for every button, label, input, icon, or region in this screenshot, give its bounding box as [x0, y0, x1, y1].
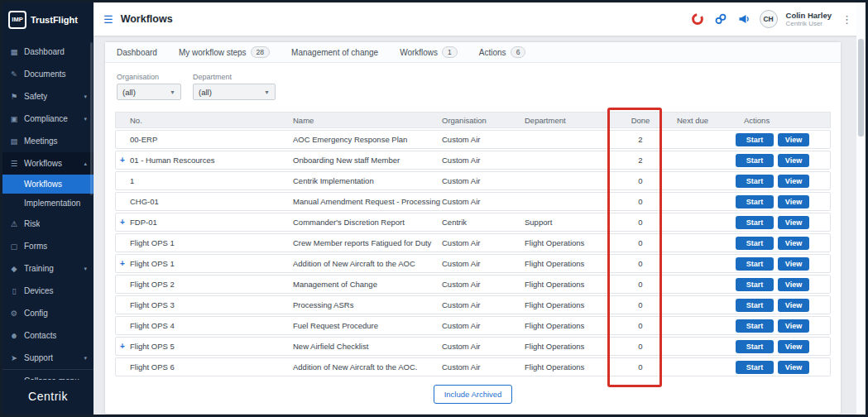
start-button[interactable]: Start [736, 319, 774, 333]
safety-icon: ⚑ [9, 92, 19, 101]
row-done: 0 [616, 176, 665, 185]
tab-management-of-change[interactable]: Management of change [291, 48, 378, 57]
row-done: 0 [616, 238, 665, 247]
overflow-menu-icon[interactable]: ⋮ [840, 13, 854, 26]
start-button[interactable]: Start [736, 237, 774, 250]
forms-icon: ▢ [9, 242, 19, 251]
start-button[interactable]: Start [736, 299, 774, 312]
view-button[interactable]: View [778, 299, 809, 312]
row-done: 2 [616, 156, 665, 165]
row-organisation: Custom Air [442, 259, 525, 268]
row-organisation: Custom Air [442, 362, 525, 371]
sidebar-item-meetings[interactable]: ▤ Meetings [2, 130, 94, 152]
tab-workflows[interactable]: Workflows 1 [400, 46, 458, 58]
sidebar-item-dashboard[interactable]: ▦ Dashboard [2, 41, 94, 63]
row-actions: Start View [736, 278, 826, 291]
start-button[interactable]: Start [736, 361, 774, 374]
user-name: Colin Harley [786, 11, 832, 20]
tab-my-workflow-steps[interactable]: My workflow steps 28 [179, 46, 270, 58]
department-select-value: (all) [199, 88, 212, 97]
sidebar-item-contacts[interactable]: ☻ Contacts [2, 324, 94, 347]
row-name: Management of Change [293, 280, 442, 289]
table-row: + Flight OPS 5 New Airfield Checklist Cu… [115, 337, 831, 356]
centrik-logo: Centrik [2, 380, 94, 415]
tab-actions[interactable]: Actions 6 [479, 46, 526, 58]
row-actions: Start View [736, 154, 826, 167]
sidebar-item-risk[interactable]: ⚠ Risk [2, 213, 94, 235]
tab-count-badge: 28 [251, 46, 270, 58]
announcement-icon[interactable] [736, 12, 751, 26]
table-row: + 01 - Human Rescources Onboarding New s… [115, 151, 831, 170]
view-button[interactable]: View [778, 133, 809, 146]
meetings-icon: ▤ [9, 137, 19, 146]
user-info: Colin Harley Centrik User [786, 11, 832, 28]
chevron-down-icon: ▾ [84, 266, 87, 272]
view-button[interactable]: View [778, 257, 809, 271]
row-no: Flight OPS 1 [130, 259, 293, 268]
sidebar-item-training[interactable]: ◆ Training ▾ [2, 257, 94, 280]
sidebar-item-workflows[interactable]: ☰ Workflows ▴ [2, 152, 94, 175]
view-button[interactable]: View [778, 361, 809, 374]
expand-plus-icon[interactable]: + [120, 156, 130, 165]
page-scrollbar[interactable] [856, 2, 866, 415]
start-button[interactable]: Start [736, 154, 774, 167]
expand-plus-icon[interactable]: + [120, 218, 130, 227]
view-button[interactable]: View [778, 195, 809, 208]
alerts-icon[interactable] [690, 12, 705, 26]
start-button[interactable]: Start [736, 340, 774, 353]
avatar[interactable]: CH [760, 10, 778, 28]
start-button[interactable]: Start [736, 195, 774, 208]
link-icon[interactable] [713, 12, 728, 26]
sidebar-item-documents[interactable]: ✎ Documents [2, 63, 94, 85]
sidebar-item-config[interactable]: ⚙ Config [2, 302, 94, 324]
organisation-select[interactable]: (all) ▼ [117, 84, 181, 100]
table-row: Flight OPS 4 Fuel Request Procedure Cust… [115, 316, 831, 335]
department-select[interactable]: (all) ▼ [193, 84, 276, 100]
row-actions: Start View [736, 319, 826, 333]
support-icon: ➤ [9, 353, 19, 362]
sidebar-item-collapse-menu[interactable]: « Collapse menu [2, 369, 94, 380]
sidebar-item-safety[interactable]: ⚑ Safety ▾ [2, 85, 94, 108]
row-organisation: Custom Air [442, 342, 525, 351]
view-button[interactable]: View [778, 175, 809, 188]
start-button[interactable]: Start [736, 133, 774, 146]
column-header-actions: Actions [736, 116, 826, 125]
table-row: Flight OPS 1 Crew Member reports Fatigue… [115, 233, 831, 252]
expand-plus-icon[interactable]: + [120, 259, 130, 268]
organisation-select-value: (all) [122, 88, 136, 97]
view-button[interactable]: View [778, 237, 809, 250]
include-archived-button[interactable]: Include Archived [434, 385, 513, 404]
view-button[interactable]: View [778, 154, 809, 167]
row-department: Flight Operations [525, 362, 616, 371]
start-button[interactable]: Start [736, 257, 774, 271]
brand-name: TrustFlight [31, 15, 78, 25]
sidebar-subitem-workflows[interactable]: Workflows [2, 175, 94, 194]
start-button[interactable]: Start [736, 175, 774, 188]
row-department: Flight Operations [525, 280, 616, 289]
sidebar-subitem-implementation[interactable]: Implementation [2, 194, 94, 213]
row-actions: Start View [736, 175, 826, 188]
view-button[interactable]: View [778, 319, 809, 333]
expand-plus-icon[interactable]: + [120, 342, 130, 351]
sidebar-item-devices[interactable]: ▯ Devices [2, 280, 94, 302]
row-name: Addition of New Aircraft to the AOC. [293, 362, 442, 371]
sidebar-item-forms[interactable]: ▢ Forms [2, 235, 94, 257]
row-name: Fuel Request Procedure [293, 321, 442, 330]
column-header-name: Name [293, 116, 442, 125]
start-button[interactable]: Start [736, 216, 774, 229]
view-button[interactable]: View [778, 216, 809, 229]
view-button[interactable]: View [778, 278, 809, 291]
tab-dashboard[interactable]: Dashboard [117, 48, 157, 57]
sidebar-scrollbar[interactable] [90, 42, 93, 195]
organisation-filter: Organisation (all) ▼ [117, 73, 181, 100]
sidebar-item-support[interactable]: ➤ Support ▾ [2, 347, 94, 369]
row-department: Flight Operations [525, 321, 616, 330]
table-row: + Flight OPS 1 Addition of New Aircraft … [115, 254, 831, 273]
view-button[interactable]: View [778, 340, 809, 353]
scrollbar-thumb[interactable] [858, 39, 864, 137]
department-filter: Department (all) ▼ [193, 73, 276, 100]
app-window: IMP TrustFlight ▦ Dashboard ✎ Documents … [0, 0, 868, 417]
sidebar-item-compliance[interactable]: ▣ Compliance ▾ [2, 108, 94, 130]
row-no: FDP-01 [130, 218, 293, 227]
start-button[interactable]: Start [736, 278, 774, 291]
